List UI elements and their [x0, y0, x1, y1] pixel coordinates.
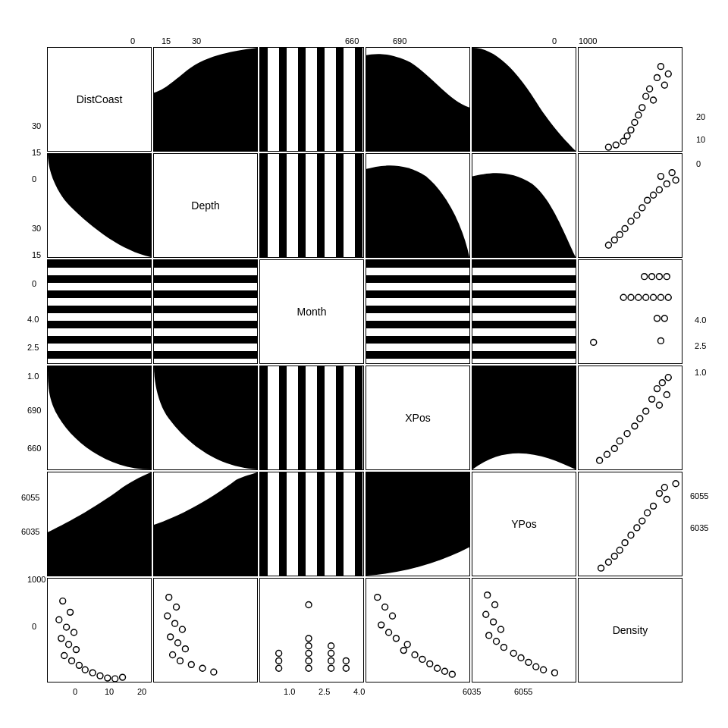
svg-point-103 [276, 657, 282, 664]
svg-point-3 [661, 82, 667, 88]
svg-point-82 [76, 662, 82, 668]
left-axis-6035: 6035 [21, 527, 39, 536]
left-axis-10: 1.0 [27, 372, 39, 381]
svg-point-33 [665, 294, 671, 300]
svg-point-100 [199, 665, 206, 671]
svg-point-119 [390, 613, 396, 619]
svg-point-102 [276, 665, 282, 671]
svg-point-92 [172, 620, 178, 626]
svg-point-12 [620, 138, 626, 144]
svg-point-89 [166, 595, 172, 601]
svg-point-68 [611, 553, 617, 559]
svg-point-105 [306, 665, 312, 671]
cell-6-1 [47, 578, 152, 682]
svg-point-135 [498, 626, 504, 632]
left-axis-6055: 6055 [21, 493, 39, 502]
cell-2-3 [259, 153, 364, 258]
svg-point-48 [649, 396, 655, 402]
svg-point-139 [510, 651, 516, 657]
top-axis-660: 660 [345, 36, 359, 46]
cell-1-6 [578, 47, 682, 152]
cell-4-1 [47, 366, 152, 470]
svg-point-20 [639, 205, 645, 211]
cell-3-1 [47, 259, 152, 364]
bot-axis-0: 0 [73, 687, 77, 696]
right-axis-40: 4.0 [695, 315, 706, 325]
svg-point-5 [643, 93, 649, 99]
svg-point-133 [483, 611, 489, 617]
svg-point-30 [656, 274, 662, 280]
svg-point-85 [97, 673, 103, 679]
right-axis-20: 20 [696, 112, 705, 121]
svg-point-9 [632, 120, 638, 126]
top-axis-1000: 1000 [579, 36, 597, 46]
svg-point-137 [494, 639, 500, 645]
svg-point-109 [306, 635, 312, 642]
svg-point-64 [634, 525, 640, 531]
cell-3-4 [366, 259, 470, 364]
svg-point-90 [174, 604, 180, 610]
svg-point-83 [82, 667, 88, 673]
top-axis-0b: 0 [552, 36, 557, 46]
svg-point-71 [673, 481, 679, 487]
svg-point-67 [617, 548, 623, 554]
svg-point-10 [628, 127, 634, 133]
svg-point-49 [656, 402, 662, 408]
svg-point-113 [328, 651, 334, 657]
svg-point-75 [64, 624, 70, 630]
svg-point-123 [404, 642, 410, 648]
left-axis-15a: 15 [32, 148, 41, 157]
cell-2-5 [472, 153, 576, 258]
svg-point-114 [328, 643, 334, 649]
svg-point-23 [622, 226, 628, 232]
svg-point-4 [647, 86, 653, 92]
svg-point-91 [165, 613, 171, 619]
svg-point-104 [276, 651, 282, 657]
svg-point-16 [664, 180, 670, 187]
svg-point-144 [551, 670, 557, 676]
cell-3-2 [153, 259, 258, 364]
svg-point-32 [642, 274, 648, 280]
svg-point-108 [306, 643, 312, 649]
svg-point-116 [343, 657, 349, 664]
bot-axis-6035: 6035 [463, 687, 481, 696]
svg-point-22 [628, 218, 634, 224]
svg-point-134 [491, 619, 497, 625]
cell-4-2 [153, 366, 258, 470]
svg-point-50 [643, 408, 649, 414]
svg-point-84 [89, 670, 96, 676]
svg-point-18 [651, 192, 657, 198]
svg-point-43 [657, 337, 664, 344]
svg-point-110 [306, 602, 312, 608]
svg-point-120 [378, 622, 384, 628]
svg-point-121 [386, 629, 392, 635]
svg-point-66 [622, 540, 628, 546]
left-axis-30b: 30 [32, 224, 41, 233]
svg-point-77 [58, 635, 64, 642]
left-axis-15b: 15 [32, 250, 41, 259]
cell-2-1 [47, 153, 152, 258]
svg-point-136 [486, 632, 492, 639]
svg-point-1 [665, 71, 671, 77]
svg-point-111 [328, 665, 334, 671]
svg-point-26 [605, 242, 611, 248]
cell-5-5-label: YPos [472, 472, 576, 576]
cell-1-2 [153, 47, 258, 152]
svg-point-140 [518, 655, 524, 661]
svg-point-25 [611, 237, 617, 243]
cell-6-3 [259, 578, 364, 682]
cell-6-2 [153, 578, 258, 682]
svg-point-118 [382, 604, 388, 610]
svg-point-131 [485, 592, 491, 598]
cell-2-2-label: Depth [153, 153, 258, 258]
left-axis-25: 2.5 [27, 343, 39, 352]
svg-point-35 [651, 294, 657, 300]
top-axis-690: 690 [393, 36, 406, 46]
bot-axis-25: 2.5 [318, 687, 330, 696]
right-axis-0: 0 [696, 159, 701, 168]
svg-point-6 [651, 97, 657, 103]
cell-5-1 [47, 472, 152, 576]
cell-1-3 [259, 47, 364, 152]
svg-point-112 [328, 657, 334, 664]
svg-point-36 [643, 294, 649, 300]
